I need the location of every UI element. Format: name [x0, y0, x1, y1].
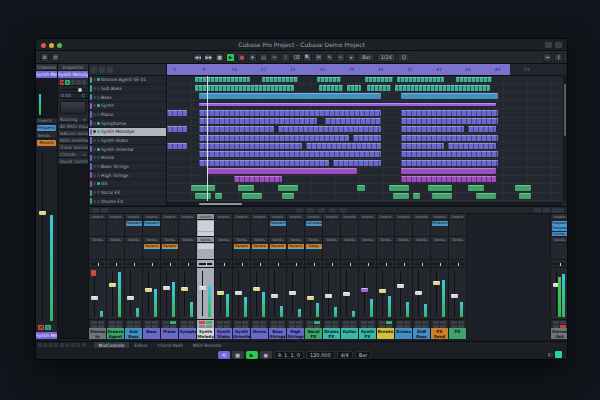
midi-clip[interactable]	[167, 126, 187, 132]
arrange-lane[interactable]	[167, 118, 563, 126]
mute-button[interactable]	[289, 321, 296, 325]
next-button[interactable]: ▶▶	[204, 53, 213, 62]
fader-zone[interactable]	[269, 268, 286, 319]
time-signature-display[interactable]: 4/4	[337, 351, 353, 359]
pan-control[interactable]	[89, 260, 106, 268]
fader-cap[interactable]	[361, 288, 368, 292]
split-tool-icon[interactable]: ✂	[270, 53, 279, 62]
fader-cap[interactable]	[451, 294, 458, 298]
track-mute-button[interactable]	[93, 139, 96, 142]
track-solo-button[interactable]	[97, 182, 100, 185]
track-mute-button[interactable]	[93, 78, 96, 81]
midi-clip[interactable]	[199, 110, 381, 116]
send-slot[interactable]: Reverb	[288, 244, 304, 249]
fader-zone[interactable]	[233, 268, 250, 319]
channel-name-label[interactable]: Piano	[161, 328, 178, 339]
mute-button[interactable]	[307, 321, 314, 325]
fader-zone[interactable]	[89, 268, 106, 319]
solo-button[interactable]	[368, 321, 375, 325]
fader-zone[interactable]	[341, 268, 358, 319]
midi-clip[interactable]	[401, 168, 496, 174]
inserts-rack-header[interactable]: Inserts	[359, 214, 376, 220]
fader-cap[interactable]	[343, 292, 350, 296]
midi-clip[interactable]	[199, 160, 330, 166]
inspector-section-quick-controls[interactable]: Quick Controls▸	[58, 158, 88, 165]
midi-clip[interactable]	[306, 143, 381, 149]
send-slot[interactable]: Reverb	[270, 244, 286, 249]
mute-button[interactable]	[253, 321, 260, 325]
mute-button[interactable]: M	[60, 80, 64, 85]
fader-cap[interactable]	[253, 287, 260, 291]
channel-strip[interactable]: InsertsSendsGuitar	[341, 214, 359, 339]
midi-clip[interactable]	[367, 85, 391, 91]
mixer-left-icon[interactable]	[92, 208, 99, 213]
close-button[interactable]	[41, 43, 46, 48]
midi-clip[interactable]	[519, 193, 531, 199]
sends-rack-header[interactable]: Sends	[107, 237, 124, 243]
solo-button[interactable]	[242, 321, 249, 325]
draw-tool-icon[interactable]: ✎	[325, 53, 334, 62]
pan-control[interactable]	[359, 260, 376, 268]
channel-name-label[interactable]: FX Send	[431, 328, 448, 339]
fader-cap[interactable]	[181, 287, 188, 291]
channel-strip[interactable]: InsertsSendsStereo In	[89, 214, 107, 339]
edit-channel-button[interactable]	[82, 80, 86, 85]
fader-zone[interactable]	[251, 268, 268, 319]
fader-zone[interactable]	[305, 268, 322, 319]
grid-type-dropdown[interactable]: Bar	[358, 53, 375, 62]
inspector-section-halion-sonic[interactable]: HALion Sonic▸	[58, 130, 88, 137]
solo-button[interactable]	[278, 321, 285, 325]
mixer-right-icon2[interactable]	[543, 208, 550, 213]
inserts-rack-header[interactable]: Inserts	[395, 214, 412, 220]
midi-clip[interactable]	[393, 193, 409, 199]
quantize-dropdown[interactable]: 1/16	[377, 53, 396, 62]
track-mute-button[interactable]	[93, 156, 96, 159]
select-tool-icon[interactable]: ➤	[248, 53, 257, 62]
channel-name-label[interactable]: High Strings	[287, 328, 304, 339]
mute-button[interactable]	[415, 321, 422, 325]
track-row[interactable]: Sub Bass	[89, 85, 166, 94]
track-solo-button[interactable]	[97, 122, 100, 125]
insert-slot[interactable]: Compressor	[306, 221, 322, 226]
track-row[interactable]: Git	[89, 180, 166, 189]
channel-name-label[interactable]: Sub Bass	[125, 328, 142, 339]
midi-clip[interactable]	[401, 126, 464, 132]
insert-slot[interactable]: Frequency	[144, 221, 160, 226]
mute-button[interactable]	[553, 321, 560, 325]
mute-button[interactable]	[379, 321, 386, 325]
channel-strip[interactable]: InsertsFrequencySendsReverbBass	[143, 214, 161, 339]
send-slot[interactable]: Reverb	[162, 244, 178, 249]
pan-control[interactable]	[269, 260, 286, 268]
fader-cap[interactable]	[109, 283, 116, 287]
mixer-right-icon[interactable]	[534, 208, 541, 213]
range-tool-icon[interactable]: ▭	[259, 53, 268, 62]
channel-name-label[interactable]: Synth Melodye	[197, 328, 214, 339]
channel-name-label[interactable]: Bass Strings	[269, 328, 286, 339]
midi-clip[interactable]	[325, 118, 380, 124]
channel-strip[interactable]: InsertsSendsSynth Stabs	[215, 214, 233, 339]
inserts-rack-header[interactable]: Inserts	[161, 214, 178, 220]
track-mute-button[interactable]	[93, 87, 96, 90]
midi-clip[interactable]	[389, 185, 409, 191]
track-solo-button[interactable]	[97, 87, 100, 90]
inserts-rack-header[interactable]: Inserts	[551, 214, 568, 220]
channel-strip[interactable]: InsertsSendsReverbHorns	[251, 214, 269, 339]
track-solo-button[interactable]	[97, 78, 100, 81]
channel-strip[interactable]: InsertsSendsSynth Melodye	[197, 214, 215, 339]
inspector-section-track-versions[interactable]: Track Versions▸	[58, 144, 88, 151]
activity-icon[interactable]: ≣	[40, 53, 49, 62]
channel-strip[interactable]: InsertsSendsFX	[449, 214, 467, 339]
mute-button[interactable]	[217, 321, 224, 325]
sends-rack-header[interactable]: Sends	[551, 237, 568, 243]
midi-clip[interactable]	[191, 185, 215, 191]
inspector-section-routing[interactable]: Routing▸	[58, 116, 88, 123]
midi-clip[interactable]	[401, 93, 498, 99]
arrange-lane[interactable]	[167, 134, 563, 142]
volume-slider[interactable]	[58, 86, 88, 93]
midi-clip[interactable]	[195, 193, 211, 199]
fader-cap[interactable]	[127, 296, 134, 300]
arrange-lane[interactable]	[167, 84, 563, 92]
solo-button[interactable]	[260, 321, 267, 325]
channel-insert-slot[interactable]: Frequency	[37, 125, 56, 131]
arrange-lane[interactable]	[167, 76, 563, 84]
